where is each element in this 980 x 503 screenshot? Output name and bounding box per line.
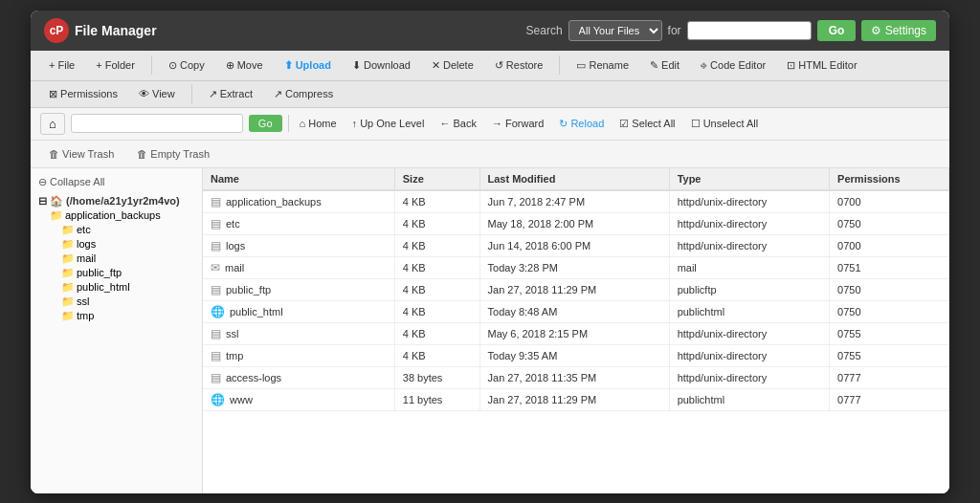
- file-type: mail: [669, 256, 829, 278]
- permissions-button[interactable]: ⊠ Permissions: [40, 84, 126, 104]
- file-type: httpd/unix-directory: [669, 212, 829, 234]
- edit-button[interactable]: ✎ Edit: [641, 55, 688, 76]
- sidebar: ⊖ Collapse All ⊟ 🏠 (/home/a21y1yr2m4vo) …: [31, 168, 203, 493]
- file-type: httpd/unix-directory: [669, 190, 829, 213]
- collapse-all-button[interactable]: ⊖ Collapse All: [38, 176, 194, 188]
- settings-button[interactable]: ⚙ Settings: [861, 20, 936, 41]
- sidebar-item-mail[interactable]: 📁 mail: [61, 252, 194, 266]
- html-editor-button[interactable]: ⊡ HTML Editor: [778, 55, 865, 76]
- file-modified: May 6, 2018 2:15 PM: [479, 322, 669, 344]
- main-content: ⊖ Collapse All ⊟ 🏠 (/home/a21y1yr2m4vo) …: [31, 168, 949, 493]
- table-row[interactable]: ▤ public_ftp 4 KB Jan 27, 2018 11:29 PM …: [203, 278, 949, 300]
- home-icon-button[interactable]: ⌂: [40, 113, 65, 135]
- table-row[interactable]: ▤ etc 4 KB May 18, 2018 2:00 PM httpd/un…: [203, 212, 949, 234]
- search-area: Search All Your Files for Go ⚙ Settings: [526, 20, 936, 41]
- restore-button[interactable]: ↺ Restore: [486, 55, 552, 76]
- file-type: httpd/unix-directory: [669, 322, 829, 344]
- file-name: mail: [225, 262, 244, 273]
- table-row[interactable]: ▤ logs 4 KB Jun 14, 2018 6:00 PM httpd/u…: [203, 234, 949, 256]
- table-row[interactable]: ▤ application_backups 4 KB Jun 7, 2018 2…: [203, 190, 949, 213]
- search-input[interactable]: [687, 21, 812, 40]
- col-name[interactable]: Name: [203, 168, 394, 190]
- sidebar-item-etc[interactable]: 📁 etc: [61, 223, 194, 237]
- back-button[interactable]: ← Back: [434, 116, 481, 131]
- logo-text: cP: [50, 24, 64, 37]
- file-type: httpd/unix-directory: [669, 344, 829, 366]
- sidebar-item-application-backups[interactable]: 📁 application_backups: [50, 208, 194, 223]
- forward-button[interactable]: → Forward: [487, 116, 548, 131]
- nav-go-button[interactable]: Go: [249, 115, 282, 132]
- move-button[interactable]: ⊕ Move: [217, 55, 272, 76]
- file-size: 38 bytes: [394, 366, 479, 388]
- file-permissions: 0700: [830, 190, 949, 213]
- extract-button[interactable]: ↗ Extract: [200, 84, 261, 104]
- up-one-level-button[interactable]: ↑ Up One Level: [347, 116, 430, 131]
- compress-button[interactable]: ↗ Compress: [265, 84, 342, 104]
- sidebar-item-logs[interactable]: 📁 logs: [61, 237, 194, 252]
- file-name: ssl: [226, 328, 238, 339]
- file-name: logs: [226, 240, 245, 252]
- toolbar-divider-2: [559, 55, 560, 75]
- code-editor-button[interactable]: ⎆ Code Editor: [692, 55, 774, 75]
- table-row[interactable]: ▤ ssl 4 KB May 6, 2018 2:15 PM httpd/uni…: [203, 322, 949, 344]
- file-size: 4 KB: [394, 344, 479, 366]
- table-row[interactable]: 🌐 www 11 bytes Jan 27, 2018 11:29 PM pub…: [203, 388, 949, 410]
- file-modified: Jan 27, 2018 11:29 PM: [479, 278, 669, 300]
- file-size: 4 KB: [394, 234, 479, 256]
- file-permissions: 0751: [830, 256, 949, 278]
- sidebar-item-public-ftp[interactable]: 📁 public_ftp: [61, 266, 194, 280]
- file-size: 4 KB: [394, 278, 479, 300]
- col-modified[interactable]: Last Modified: [479, 168, 669, 190]
- view-trash-button[interactable]: 🗑 View Trash: [40, 144, 122, 164]
- unselect-all-button[interactable]: ☐ Unselect All: [686, 116, 764, 132]
- file-name: tmp: [226, 350, 243, 361]
- toolbar-divider-1: [151, 55, 152, 75]
- col-size[interactable]: Size: [394, 168, 479, 190]
- download-button[interactable]: ⬇ Download: [344, 55, 419, 76]
- file-button[interactable]: + File: [40, 55, 83, 75]
- file-manager-window: cP File Manager Search All Your Files fo…: [31, 11, 949, 493]
- reload-button[interactable]: ↻ Reload: [554, 116, 609, 132]
- delete-button[interactable]: ✕ Delete: [423, 55, 482, 76]
- search-scope-select[interactable]: All Your Files: [568, 20, 662, 41]
- home-nav-button[interactable]: ⌂ Home: [295, 116, 342, 131]
- table-row[interactable]: ▤ tmp 4 KB Today 9:35 AM httpd/unix-dire…: [203, 344, 949, 366]
- empty-trash-button[interactable]: 🗑 Empty Trash: [128, 144, 218, 164]
- file-table: Name Size Last Modified Type Permissions…: [203, 168, 949, 411]
- tree-children: 📁 application_backups 📁 etc 📁 logs 📁 mai…: [50, 208, 194, 323]
- rename-button[interactable]: ▭ Rename: [568, 55, 637, 76]
- path-input[interactable]: [71, 114, 243, 133]
- file-name: application_backups: [226, 196, 322, 208]
- sidebar-item-public-html[interactable]: 📁 public_html: [61, 280, 194, 295]
- file-modified: Today 9:35 AM: [479, 344, 669, 366]
- view-button[interactable]: 👁 View: [130, 84, 184, 103]
- file-icon: ▤: [211, 217, 221, 230]
- sidebar-item-ssl[interactable]: 📁 ssl: [61, 295, 194, 309]
- search-go-button[interactable]: Go: [817, 20, 857, 41]
- table-row[interactable]: ▤ access-logs 38 bytes Jan 27, 2018 11:3…: [203, 366, 949, 388]
- table-header-row: Name Size Last Modified Type Permissions: [203, 168, 949, 190]
- col-permissions[interactable]: Permissions: [830, 168, 949, 190]
- file-name: public_html: [230, 306, 283, 317]
- upload-button[interactable]: ⬆ Upload: [276, 55, 340, 76]
- folder-button[interactable]: + Folder: [87, 55, 144, 75]
- file-name: etc: [226, 218, 240, 230]
- file-permissions: 0755: [830, 322, 949, 344]
- copy-button[interactable]: ⊙ Copy: [160, 55, 213, 76]
- table-row[interactable]: ✉ mail 4 KB Today 3:28 PM mail 0751: [203, 256, 949, 278]
- file-size: 4 KB: [394, 322, 479, 344]
- sidebar-item-tmp[interactable]: 📁 tmp: [61, 309, 194, 323]
- file-icon: 🌐: [211, 305, 225, 318]
- file-name: public_ftp: [226, 284, 271, 295]
- file-name: access-logs: [226, 372, 281, 383]
- file-icon: ▤: [211, 239, 221, 252]
- file-type: httpd/unix-directory: [669, 234, 829, 256]
- file-size: 4 KB: [394, 212, 479, 234]
- file-permissions: 0777: [830, 366, 949, 388]
- select-all-button[interactable]: ☑ Select All: [614, 116, 679, 132]
- tree-root-item[interactable]: ⊟ 🏠 (/home/a21y1yr2m4vo): [38, 194, 194, 208]
- col-type[interactable]: Type: [669, 168, 829, 190]
- toolbar-divider-3: [191, 84, 192, 103]
- table-row[interactable]: 🌐 public_html 4 KB Today 8:48 AM publich…: [203, 300, 949, 322]
- file-name: www: [230, 394, 253, 405]
